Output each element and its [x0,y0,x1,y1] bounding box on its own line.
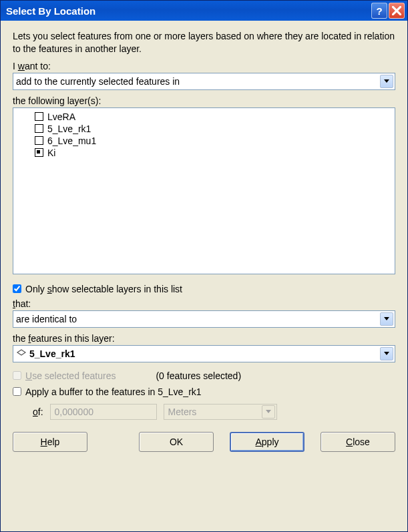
apply-buffer-checkbox[interactable] [13,387,21,396]
layer-row[interactable]: Ki [17,147,391,159]
layer-row[interactable]: LveRA [17,111,391,123]
features-layer-label: the features in this layer: [13,333,395,344]
use-selected-label: Use selected features [25,370,116,381]
only-selectable-label: Only show selectable layers in this list [25,284,182,294]
layer-checkbox[interactable] [35,148,43,157]
dialog-description: Lets you select features from one or mor… [13,30,395,55]
titlebar-title: Select By Location [6,5,370,17]
titlebar[interactable]: Select By Location ? [1,1,407,21]
target-layer-value: 5_Lve_rk1 [29,348,380,359]
use-selected-row: Use selected features (0 features select… [13,370,395,381]
action-select-value: add to the currently selected features i… [16,76,380,87]
dropdown-arrow-icon[interactable] [380,312,393,326]
target-layer-select[interactable]: 5_Lve_rk1 [13,345,395,362]
layer-name: LveRA [47,111,75,122]
layers-listbox[interactable]: LveRA 5_Lve_rk1 6_Lve_mu1 Ki [13,107,395,274]
layer-checkbox[interactable] [35,136,43,145]
apply-button[interactable]: Apply [230,432,304,452]
layer-name: 5_Lve_rk1 [47,123,91,134]
titlebar-help-button[interactable]: ? [371,3,387,19]
use-selected-checkbox [13,371,21,380]
chevron-down-icon [384,352,389,355]
ok-button[interactable]: OK [139,432,214,452]
chevron-down-icon [384,317,389,320]
layer-name: 6_Lve_mu1 [47,136,96,146]
apply-buffer-label: Apply a buffer to the features in 5_Lve_… [25,386,202,397]
layer-row[interactable]: 6_Lve_mu1 [17,135,391,147]
select-by-location-dialog: Select By Location ? Lets you select fea… [0,0,408,532]
layer-icon [16,348,27,359]
that-label: that: [13,298,395,309]
help-icon: ? [376,5,382,17]
close-button[interactable]: Close [321,432,395,452]
chevron-down-icon [384,79,389,83]
spatial-method-select[interactable]: are identical to [13,310,395,328]
dropdown-arrow-icon[interactable] [380,347,393,360]
only-selectable-checkbox[interactable] [13,284,21,293]
buffer-distance-input: 0,000000 [50,404,157,420]
following-layers-label: the following layer(s): [13,95,395,106]
titlebar-close-button[interactable] [389,3,405,19]
buffer-unit-select: Meters [164,404,277,420]
layer-checkbox[interactable] [35,124,43,133]
help-button[interactable]: Help [13,432,87,452]
dropdown-arrow-icon[interactable] [380,75,393,88]
close-icon [392,6,401,15]
spatial-method-value: are identical to [16,314,380,324]
action-select[interactable]: add to the currently selected features i… [13,73,395,90]
only-selectable-row: Only show selectable layers in this list [13,284,395,294]
chevron-down-icon [266,410,271,413]
i-want-to-label: I want to: [13,61,395,71]
of-label: of: [33,407,43,417]
dialog-content: Lets you select features from one or mor… [1,21,407,531]
button-row: Help OK Apply Close [13,432,395,452]
dropdown-arrow-icon [262,405,275,419]
buffer-inputs-row: of: 0,000000 Meters [33,404,395,420]
layer-row[interactable]: 5_Lve_rk1 [17,123,391,135]
features-selected-count: (0 features selected) [156,370,241,381]
layer-checkbox[interactable] [35,112,43,121]
apply-buffer-row: Apply a buffer to the features in 5_Lve_… [13,386,395,397]
layer-name: Ki [47,148,55,158]
